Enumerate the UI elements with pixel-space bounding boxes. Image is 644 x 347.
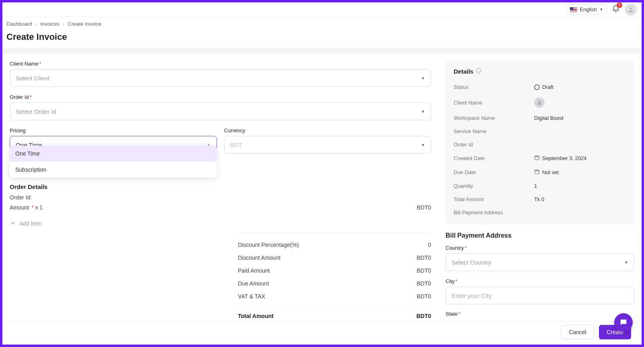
totals-value: BDT0: [417, 293, 431, 300]
detail-quantity-value: 1: [534, 183, 537, 189]
chevron-down-icon: ▼: [599, 7, 603, 12]
amount-line-value: BDT0: [417, 204, 431, 211]
detail-total-value: Tk 0: [534, 196, 544, 202]
country-select[interactable]: Select Country ▼: [446, 253, 634, 271]
detail-due-value: Not set: [534, 169, 559, 176]
chat-icon: [619, 318, 628, 327]
calendar-icon: [534, 155, 540, 162]
avatar[interactable]: [625, 4, 637, 16]
detail-orderid-label: Order Id: [454, 142, 534, 148]
status-dot-icon: [534, 84, 540, 90]
city-input-wrap: [446, 287, 634, 304]
totals-block: Discount Percentage(%)0 Discount AmountB…: [238, 232, 431, 322]
chevron-down-icon: ▼: [624, 260, 628, 265]
city-label: City*: [446, 278, 634, 284]
totals-value: BDT0: [417, 267, 431, 274]
notification-badge: 5: [617, 2, 622, 8]
flag-icon: [570, 7, 577, 12]
totals-value: 0: [428, 242, 431, 248]
detail-bpa-label: Bill Payment Address: [454, 209, 534, 216]
detail-client-label: Client Name: [454, 100, 534, 106]
footer-bar: Cancel Create: [5, 321, 639, 342]
details-column: Details Status Draft Client Name Workspa…: [438, 53, 642, 335]
page-title: Create Invoice: [2, 29, 642, 48]
user-icon: [534, 97, 545, 108]
breadcrumb-dashboard[interactable]: Dashboard: [6, 21, 32, 27]
detail-status-value: Draft: [534, 84, 553, 90]
totals-value: BDT0: [417, 255, 431, 261]
chevron-right-icon: ›: [35, 21, 37, 27]
totals-label: Due Amount: [238, 280, 269, 287]
detail-due-label: Due Date: [454, 169, 534, 175]
total-amount-value: BDT0: [416, 313, 431, 319]
order-id-line: Order Id:: [10, 193, 431, 202]
add-item-button[interactable]: ＋ Add Item: [10, 215, 431, 230]
pricing-option-subscription[interactable]: Subscription: [10, 162, 217, 178]
client-name-placeholder: Select Client: [16, 75, 50, 82]
svg-point-0: [630, 7, 632, 10]
plus-icon: ＋: [10, 219, 16, 228]
user-icon: [627, 6, 634, 13]
state-label: State*: [446, 311, 634, 317]
bill-address-title: Bill Payment Address: [446, 232, 634, 239]
country-label: Country*: [446, 245, 634, 251]
totals-label: VAT & TAX: [238, 293, 265, 300]
detail-created-value: September 3, 2024: [534, 155, 587, 162]
calendar-icon: [534, 169, 540, 176]
currency-label: Currency: [224, 127, 431, 133]
client-name-label: Client Name*: [10, 61, 431, 67]
pricing-label: Pricing: [10, 127, 217, 133]
currency-value: BDT: [230, 142, 242, 148]
detail-quantity-label: Quantity: [454, 183, 534, 189]
currency-select[interactable]: BDT ▼: [224, 136, 431, 154]
city-input[interactable]: [452, 292, 628, 299]
detail-service-label: Service Name: [454, 128, 534, 134]
pricing-option-one-time[interactable]: One Time: [10, 146, 217, 162]
country-placeholder: Select Country: [452, 259, 491, 266]
totals-label: Paid Amount: [238, 267, 270, 274]
detail-created-label: Created Date: [454, 155, 534, 161]
amount-row: Amount * x 1 BDT0: [10, 202, 431, 213]
language-selector[interactable]: English ▼: [566, 4, 607, 14]
totals-value: BDT0: [417, 280, 431, 287]
language-label: English: [580, 6, 597, 12]
add-item-label: Add Item: [19, 220, 42, 227]
detail-status-label: Status: [454, 84, 534, 90]
topbar: English ▼ 5: [2, 2, 642, 17]
totals-label: Discount Percentage(%): [238, 242, 299, 248]
svg-rect-3: [535, 156, 539, 160]
order-details-title: Order Details: [10, 183, 431, 190]
chevron-down-icon: ▼: [421, 143, 425, 147]
breadcrumb-invoices[interactable]: Invoices: [40, 21, 60, 27]
svg-rect-4: [535, 170, 539, 174]
svg-point-2: [539, 101, 541, 103]
details-title: Details: [454, 68, 626, 75]
cancel-button[interactable]: Cancel: [561, 325, 594, 339]
order-id-placeholder: Select Order Id: [16, 108, 56, 115]
client-name-select[interactable]: Select Client ▼: [10, 69, 431, 87]
breadcrumb: Dashboard › Invoices › Create Invoice: [2, 17, 642, 29]
detail-total-label: Total Amount: [454, 196, 534, 202]
totals-label: Discount Amount: [238, 255, 281, 261]
chevron-right-icon: ›: [63, 21, 64, 27]
detail-workspace-label: Workspace Name: [454, 115, 534, 121]
chevron-down-icon: ▼: [421, 76, 425, 80]
total-amount-label: Total Amount: [238, 313, 274, 319]
form-column: Client Name* Select Client ▼ Order Id* S…: [2, 53, 438, 335]
detail-workspace-value: Digital Boost: [534, 115, 564, 121]
info-icon: [476, 68, 481, 75]
order-id-select[interactable]: Select Order Id ▼: [10, 103, 431, 120]
pricing-dropdown: One Time Subscription: [10, 146, 217, 178]
chevron-down-icon: ▼: [421, 109, 425, 114]
breadcrumb-current: Create Invoice: [68, 21, 101, 27]
amount-line-label: Amount * x 1: [10, 204, 43, 211]
divider-strip: [2, 48, 642, 53]
detail-client-value: [534, 97, 545, 108]
details-card: Details Status Draft Client Name Workspa…: [446, 61, 634, 225]
order-details: Order Details Order Id: Amount * x 1 BDT…: [10, 183, 431, 322]
order-id-label: Order Id*: [10, 94, 431, 100]
chat-widget[interactable]: [614, 313, 633, 332]
notifications-button[interactable]: 5: [612, 5, 620, 14]
content: Client Name* Select Client ▼ Order Id* S…: [2, 53, 642, 335]
